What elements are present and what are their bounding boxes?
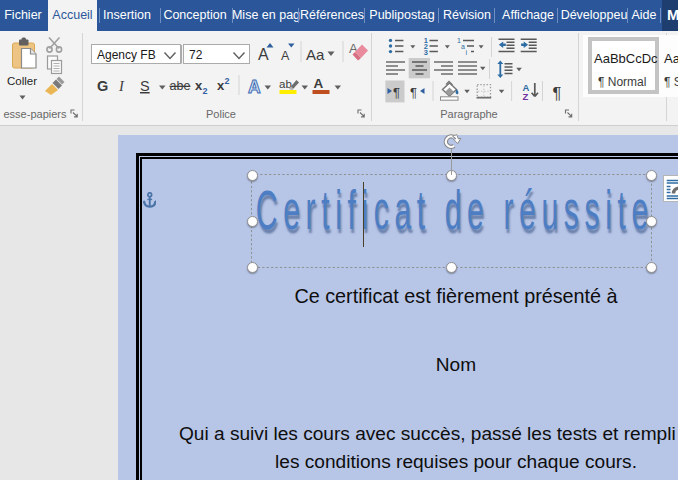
svg-text:S: S [140, 78, 150, 94]
svg-text:A: A [258, 46, 269, 63]
svg-text:Aa: Aa [306, 46, 325, 63]
svg-text:a: a [461, 43, 465, 50]
svg-text:abe: abe [170, 79, 191, 93]
svg-text:Coller: Coller [7, 75, 37, 87]
svg-text:¶: ¶ [393, 85, 400, 100]
svg-text:A: A [281, 49, 290, 63]
svg-text:A: A [248, 77, 261, 97]
svg-text:¶: ¶ [553, 84, 562, 102]
svg-text:2: 2 [225, 76, 230, 86]
svg-text:A: A [314, 76, 324, 91]
svg-text:G: G [97, 78, 108, 94]
svg-text:2: 2 [203, 86, 208, 96]
svg-text:3: 3 [424, 48, 428, 57]
svg-text:Z: Z [523, 91, 529, 102]
svg-text:I: I [118, 78, 125, 94]
svg-text:¶: ¶ [410, 85, 417, 100]
svg-text:i: i [466, 49, 468, 56]
